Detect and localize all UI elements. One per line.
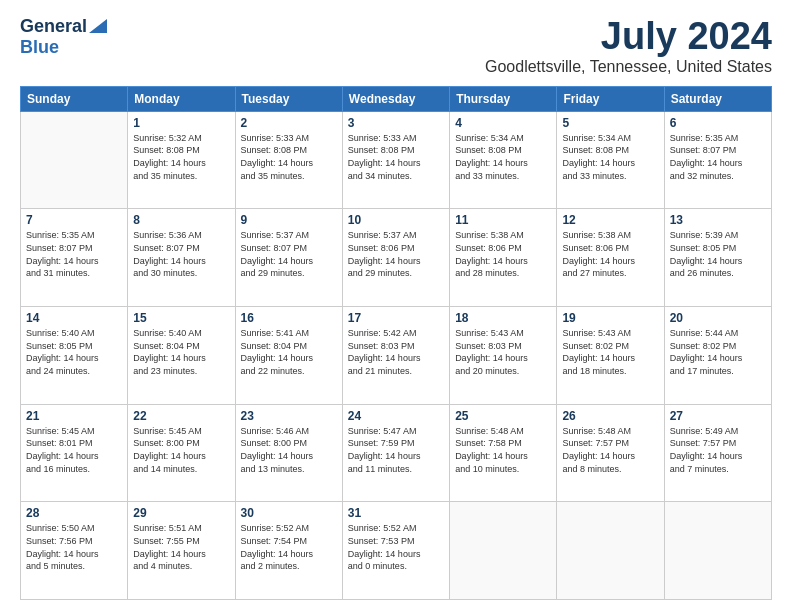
location-title: Goodlettsville, Tennessee, United States xyxy=(485,58,772,76)
day-number: 25 xyxy=(455,409,551,423)
day-info: Sunrise: 5:44 AMSunset: 8:02 PMDaylight:… xyxy=(670,327,766,377)
day-info: Sunrise: 5:34 AMSunset: 8:08 PMDaylight:… xyxy=(562,132,658,182)
header-monday: Monday xyxy=(128,86,235,111)
header-saturday: Saturday xyxy=(664,86,771,111)
day-number: 29 xyxy=(133,506,229,520)
day-number: 3 xyxy=(348,116,444,130)
day-info: Sunrise: 5:32 AMSunset: 8:08 PMDaylight:… xyxy=(133,132,229,182)
day-info: Sunrise: 5:40 AMSunset: 8:05 PMDaylight:… xyxy=(26,327,122,377)
day-info: Sunrise: 5:48 AMSunset: 7:58 PMDaylight:… xyxy=(455,425,551,475)
table-row: 22Sunrise: 5:45 AMSunset: 8:00 PMDayligh… xyxy=(128,404,235,502)
day-number: 26 xyxy=(562,409,658,423)
table-row: 29Sunrise: 5:51 AMSunset: 7:55 PMDayligh… xyxy=(128,502,235,600)
table-row: 26Sunrise: 5:48 AMSunset: 7:57 PMDayligh… xyxy=(557,404,664,502)
day-number: 2 xyxy=(241,116,337,130)
header-wednesday: Wednesday xyxy=(342,86,449,111)
table-row: 31Sunrise: 5:52 AMSunset: 7:53 PMDayligh… xyxy=(342,502,449,600)
day-info: Sunrise: 5:49 AMSunset: 7:57 PMDaylight:… xyxy=(670,425,766,475)
table-row: 5Sunrise: 5:34 AMSunset: 8:08 PMDaylight… xyxy=(557,111,664,209)
table-row: 19Sunrise: 5:43 AMSunset: 8:02 PMDayligh… xyxy=(557,307,664,405)
day-info: Sunrise: 5:47 AMSunset: 7:59 PMDaylight:… xyxy=(348,425,444,475)
day-number: 15 xyxy=(133,311,229,325)
day-number: 10 xyxy=(348,213,444,227)
calendar-week-row: 7Sunrise: 5:35 AMSunset: 8:07 PMDaylight… xyxy=(21,209,772,307)
table-row: 6Sunrise: 5:35 AMSunset: 8:07 PMDaylight… xyxy=(664,111,771,209)
logo-general: General xyxy=(20,16,87,37)
table-row: 20Sunrise: 5:44 AMSunset: 8:02 PMDayligh… xyxy=(664,307,771,405)
header: General Blue July 2024 Goodlettsville, T… xyxy=(20,16,772,76)
table-row: 30Sunrise: 5:52 AMSunset: 7:54 PMDayligh… xyxy=(235,502,342,600)
day-number: 24 xyxy=(348,409,444,423)
day-info: Sunrise: 5:46 AMSunset: 8:00 PMDaylight:… xyxy=(241,425,337,475)
day-number: 18 xyxy=(455,311,551,325)
calendar-week-row: 1Sunrise: 5:32 AMSunset: 8:08 PMDaylight… xyxy=(21,111,772,209)
calendar-week-row: 28Sunrise: 5:50 AMSunset: 7:56 PMDayligh… xyxy=(21,502,772,600)
day-number: 20 xyxy=(670,311,766,325)
day-number: 31 xyxy=(348,506,444,520)
day-info: Sunrise: 5:35 AMSunset: 8:07 PMDaylight:… xyxy=(670,132,766,182)
day-number: 16 xyxy=(241,311,337,325)
table-row: 27Sunrise: 5:49 AMSunset: 7:57 PMDayligh… xyxy=(664,404,771,502)
day-number: 7 xyxy=(26,213,122,227)
table-row: 16Sunrise: 5:41 AMSunset: 8:04 PMDayligh… xyxy=(235,307,342,405)
table-row: 11Sunrise: 5:38 AMSunset: 8:06 PMDayligh… xyxy=(450,209,557,307)
header-thursday: Thursday xyxy=(450,86,557,111)
table-row: 3Sunrise: 5:33 AMSunset: 8:08 PMDaylight… xyxy=(342,111,449,209)
calendar-page: General Blue July 2024 Goodlettsville, T… xyxy=(0,0,792,612)
day-number: 17 xyxy=(348,311,444,325)
day-info: Sunrise: 5:52 AMSunset: 7:53 PMDaylight:… xyxy=(348,522,444,572)
day-info: Sunrise: 5:34 AMSunset: 8:08 PMDaylight:… xyxy=(455,132,551,182)
day-info: Sunrise: 5:35 AMSunset: 8:07 PMDaylight:… xyxy=(26,229,122,279)
day-info: Sunrise: 5:38 AMSunset: 8:06 PMDaylight:… xyxy=(562,229,658,279)
day-number: 9 xyxy=(241,213,337,227)
table-row: 15Sunrise: 5:40 AMSunset: 8:04 PMDayligh… xyxy=(128,307,235,405)
table-row: 14Sunrise: 5:40 AMSunset: 8:05 PMDayligh… xyxy=(21,307,128,405)
day-info: Sunrise: 5:38 AMSunset: 8:06 PMDaylight:… xyxy=(455,229,551,279)
logo-triangle-icon xyxy=(89,19,107,33)
header-friday: Friday xyxy=(557,86,664,111)
weekday-header-row: Sunday Monday Tuesday Wednesday Thursday… xyxy=(21,86,772,111)
day-number: 1 xyxy=(133,116,229,130)
day-info: Sunrise: 5:52 AMSunset: 7:54 PMDaylight:… xyxy=(241,522,337,572)
day-number: 14 xyxy=(26,311,122,325)
day-info: Sunrise: 5:33 AMSunset: 8:08 PMDaylight:… xyxy=(241,132,337,182)
day-number: 23 xyxy=(241,409,337,423)
day-info: Sunrise: 5:45 AMSunset: 8:00 PMDaylight:… xyxy=(133,425,229,475)
table-row: 1Sunrise: 5:32 AMSunset: 8:08 PMDaylight… xyxy=(128,111,235,209)
day-info: Sunrise: 5:36 AMSunset: 8:07 PMDaylight:… xyxy=(133,229,229,279)
day-info: Sunrise: 5:51 AMSunset: 7:55 PMDaylight:… xyxy=(133,522,229,572)
table-row: 18Sunrise: 5:43 AMSunset: 8:03 PMDayligh… xyxy=(450,307,557,405)
header-tuesday: Tuesday xyxy=(235,86,342,111)
day-info: Sunrise: 5:33 AMSunset: 8:08 PMDaylight:… xyxy=(348,132,444,182)
table-row xyxy=(450,502,557,600)
day-number: 19 xyxy=(562,311,658,325)
day-number: 6 xyxy=(670,116,766,130)
day-info: Sunrise: 5:41 AMSunset: 8:04 PMDaylight:… xyxy=(241,327,337,377)
table-row: 25Sunrise: 5:48 AMSunset: 7:58 PMDayligh… xyxy=(450,404,557,502)
calendar-week-row: 14Sunrise: 5:40 AMSunset: 8:05 PMDayligh… xyxy=(21,307,772,405)
day-number: 28 xyxy=(26,506,122,520)
month-title: July 2024 xyxy=(485,16,772,58)
table-row: 2Sunrise: 5:33 AMSunset: 8:08 PMDaylight… xyxy=(235,111,342,209)
day-number: 8 xyxy=(133,213,229,227)
table-row: 7Sunrise: 5:35 AMSunset: 8:07 PMDaylight… xyxy=(21,209,128,307)
table-row: 28Sunrise: 5:50 AMSunset: 7:56 PMDayligh… xyxy=(21,502,128,600)
day-info: Sunrise: 5:43 AMSunset: 8:03 PMDaylight:… xyxy=(455,327,551,377)
day-info: Sunrise: 5:40 AMSunset: 8:04 PMDaylight:… xyxy=(133,327,229,377)
day-number: 21 xyxy=(26,409,122,423)
table-row: 13Sunrise: 5:39 AMSunset: 8:05 PMDayligh… xyxy=(664,209,771,307)
table-row: 8Sunrise: 5:36 AMSunset: 8:07 PMDaylight… xyxy=(128,209,235,307)
table-row: 23Sunrise: 5:46 AMSunset: 8:00 PMDayligh… xyxy=(235,404,342,502)
day-number: 4 xyxy=(455,116,551,130)
table-row: 9Sunrise: 5:37 AMSunset: 8:07 PMDaylight… xyxy=(235,209,342,307)
day-info: Sunrise: 5:50 AMSunset: 7:56 PMDaylight:… xyxy=(26,522,122,572)
day-number: 12 xyxy=(562,213,658,227)
table-row xyxy=(557,502,664,600)
day-number: 27 xyxy=(670,409,766,423)
day-number: 5 xyxy=(562,116,658,130)
day-info: Sunrise: 5:42 AMSunset: 8:03 PMDaylight:… xyxy=(348,327,444,377)
table-row: 17Sunrise: 5:42 AMSunset: 8:03 PMDayligh… xyxy=(342,307,449,405)
header-sunday: Sunday xyxy=(21,86,128,111)
table-row: 12Sunrise: 5:38 AMSunset: 8:06 PMDayligh… xyxy=(557,209,664,307)
day-number: 11 xyxy=(455,213,551,227)
